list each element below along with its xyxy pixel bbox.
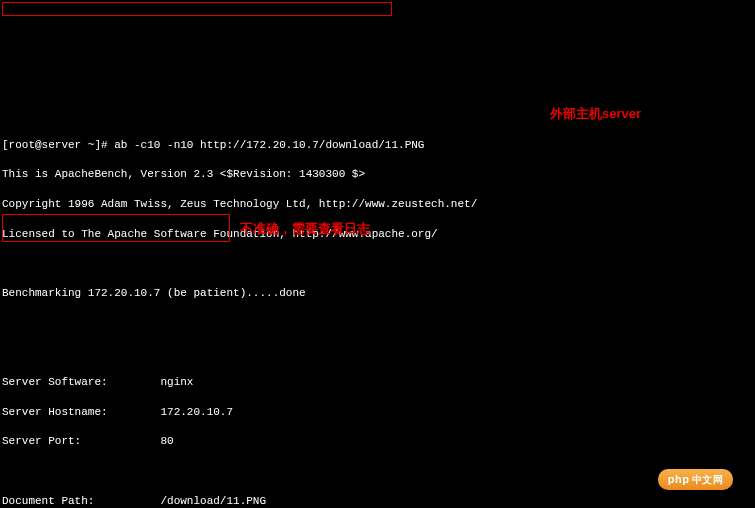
php-cn-watermark: php中文网 [658, 469, 733, 490]
label: Server Hostname: [2, 406, 108, 418]
ab-header-1: This is ApacheBench, Version 2.3 <$Revis… [2, 167, 753, 182]
value: /download/11.PNG [160, 495, 266, 507]
ab-header-2: Copyright 1996 Adam Twiss, Zeus Technolo… [2, 197, 753, 212]
server-port: Server Port: 80 [2, 434, 753, 449]
ab-header-3: Licensed to The Apache Software Foundati… [2, 227, 753, 242]
blank [2, 316, 753, 331]
shell-prompt-cmd[interactable]: [root@server ~]# ab -c10 -n10 http://172… [2, 138, 753, 153]
label: Server Port: [2, 435, 81, 447]
cmd-highlight-box [2, 2, 392, 16]
server-hostname: Server Hostname: 172.20.10.7 [2, 405, 753, 420]
annotation-external-host: 外部主机server [550, 105, 641, 123]
value: 172.20.10.7 [160, 406, 233, 418]
document-path: Document Path: /download/11.PNG [2, 494, 753, 508]
value: 80 [160, 435, 173, 447]
label: Document Path: [2, 495, 94, 507]
benchmarking-line: Benchmarking 172.20.10.7 (be patient)...… [2, 286, 753, 301]
blank [2, 464, 753, 479]
brand: php [668, 473, 690, 485]
blank [2, 256, 753, 271]
blank [2, 345, 753, 360]
label: Server Software: [2, 376, 108, 388]
value: nginx [160, 376, 193, 388]
brand-cn: 中文网 [692, 474, 724, 485]
server-software: Server Software: nginx [2, 375, 753, 390]
annotation-fail-note: 不准确，需要查看日志 [240, 220, 370, 238]
